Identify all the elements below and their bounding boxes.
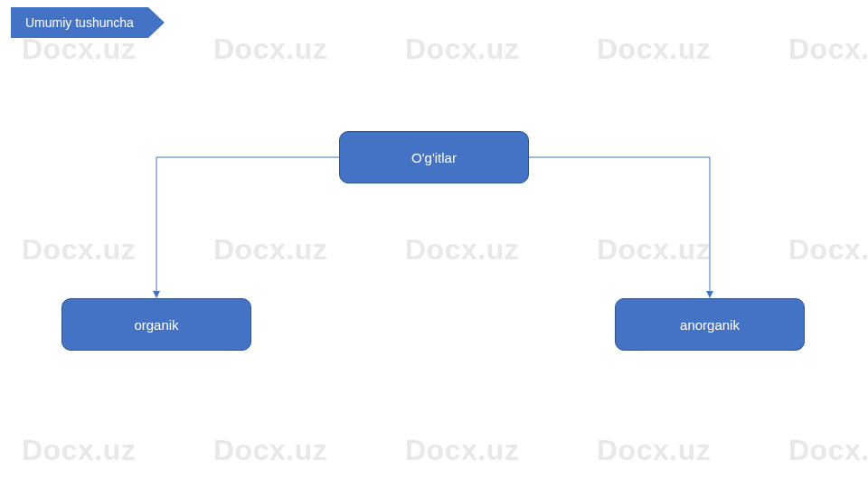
header-ribbon-label: Umumiy tushuncha (11, 7, 148, 38)
node-label: organik (134, 317, 178, 333)
node-label: anorganik (680, 317, 740, 333)
diagram-canvas: O'g'itlar organik anorganik (0, 0, 868, 488)
ribbon-arrow-icon (148, 7, 165, 38)
diagram-node-organik: organik (61, 298, 251, 351)
header-ribbon: Umumiy tushuncha (11, 7, 165, 38)
diagram-node-anorganik: anorganik (615, 298, 805, 351)
connector-lines (0, 0, 868, 488)
node-label: O'g'itlar (411, 150, 457, 165)
diagram-node-root: O'g'itlar (339, 131, 529, 183)
